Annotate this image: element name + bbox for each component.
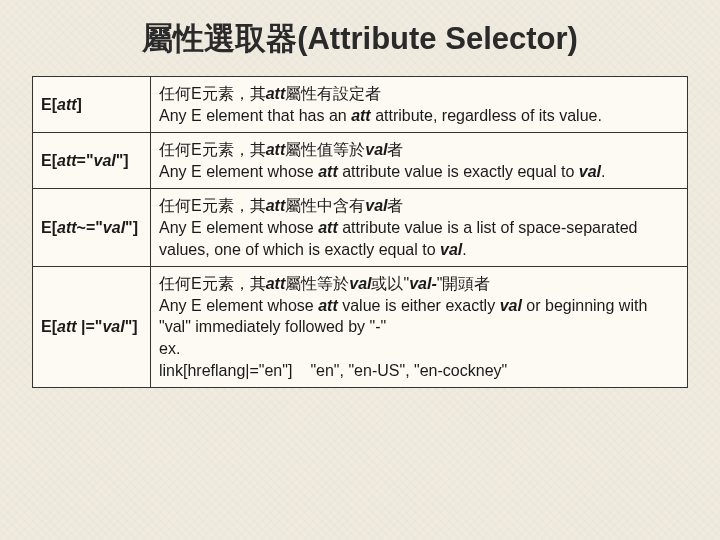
description-cell: 任何E元素，其att屬性有設定者 Any E element that has … (151, 77, 688, 133)
selector-cell: E[att="val"] (33, 133, 151, 189)
selector-cell: E[att |="val"] (33, 267, 151, 388)
selector-table: E[att] 任何E元素，其att屬性有設定者 Any E element th… (32, 76, 688, 388)
table-row: E[att |="val"] 任何E元素，其att屬性等於val或以"val-"… (33, 267, 688, 388)
selector-cell: E[att~="val"] (33, 189, 151, 267)
selector-cell: E[att] (33, 77, 151, 133)
table-row: E[att] 任何E元素，其att屬性有設定者 Any E element th… (33, 77, 688, 133)
table-row: E[att="val"] 任何E元素，其att屬性值等於val者 Any E e… (33, 133, 688, 189)
description-cell: 任何E元素，其att屬性中含有val者 Any E element whose … (151, 189, 688, 267)
slide-title: 屬性選取器(Attribute Selector) (32, 18, 688, 60)
description-cell: 任何E元素，其att屬性等於val或以"val-"開頭者 Any E eleme… (151, 267, 688, 388)
description-cell: 任何E元素，其att屬性值等於val者 Any E element whose … (151, 133, 688, 189)
slide: 屬性選取器(Attribute Selector) E[att] 任何E元素，其… (0, 0, 720, 540)
table-row: E[att~="val"] 任何E元素，其att屬性中含有val者 Any E … (33, 189, 688, 267)
